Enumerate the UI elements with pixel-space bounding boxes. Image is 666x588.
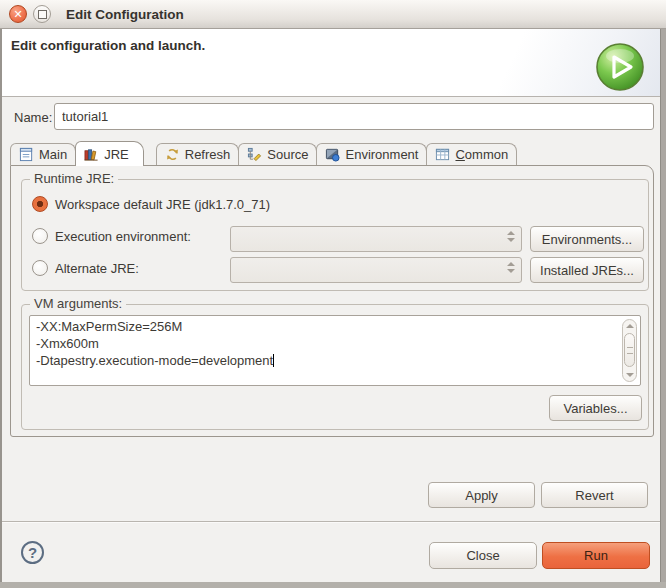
- environments-button[interactable]: Environments...: [530, 226, 644, 252]
- button-label: Installed JREs...: [540, 263, 634, 278]
- button-label: Variables...: [563, 401, 627, 416]
- vm-argument-text: -Dtapestry.execution-mode=development: [36, 353, 273, 368]
- tab-bar: Main JRE Refresh: [10, 140, 516, 165]
- tab-label: Refresh: [185, 147, 231, 162]
- window-close-icon[interactable]: ✕: [9, 5, 27, 23]
- radio-label: Workspace default JRE (jdk1.7.0_71): [55, 197, 270, 212]
- window-border-left: [0, 28, 2, 588]
- alternate-jre-option[interactable]: Alternate JRE:: [32, 260, 139, 276]
- tab-jre[interactable]: JRE: [75, 141, 144, 166]
- alternate-jre-combo[interactable]: [230, 257, 522, 283]
- radio-label: Alternate JRE:: [55, 261, 139, 276]
- close-button[interactable]: Close: [429, 542, 537, 569]
- tab-refresh[interactable]: Refresh: [156, 143, 240, 165]
- workspace-default-jre-option[interactable]: Workspace default JRE (jdk1.7.0_71): [32, 196, 270, 212]
- button-label: Run: [584, 548, 608, 563]
- tab-label: Environment: [345, 147, 418, 162]
- variables-button[interactable]: Variables...: [549, 395, 642, 421]
- revert-button[interactable]: Revert: [541, 482, 648, 508]
- text-caret: [273, 354, 274, 367]
- name-input[interactable]: [54, 103, 654, 130]
- edit-configuration-dialog: ✕ Edit Configuration Edit configuration …: [0, 0, 666, 588]
- environment-icon: [325, 147, 340, 162]
- combo-spinner-icon: [507, 262, 515, 273]
- run-banner-icon: [594, 41, 646, 93]
- button-label: Environments...: [542, 232, 632, 247]
- tab-content-area: Runtime JRE: Workspace default JRE (jdk1…: [10, 165, 654, 437]
- window-border-right: [660, 28, 666, 588]
- window-maximize-icon[interactable]: [33, 5, 51, 23]
- button-label: Close: [466, 548, 499, 563]
- run-button[interactable]: Run: [542, 542, 650, 569]
- library-icon: [84, 147, 99, 162]
- table-icon: [435, 147, 450, 162]
- button-bar-separator: [0, 521, 666, 523]
- titlebar[interactable]: ✕ Edit Configuration: [0, 0, 666, 29]
- tab-label: Main: [39, 147, 67, 162]
- runtime-jre-legend: Runtime JRE:: [30, 171, 118, 186]
- tab-environment[interactable]: Environment: [316, 143, 427, 165]
- dialog-header: Edit configuration and launch.: [2, 29, 660, 97]
- button-label: Revert: [575, 488, 613, 503]
- vertical-scrollbar[interactable]: [622, 319, 637, 382]
- button-label: Apply: [465, 488, 498, 503]
- tab-source[interactable]: Source: [238, 143, 317, 165]
- header-message: Edit configuration and launch.: [11, 38, 205, 53]
- radio-unselected-icon[interactable]: [32, 228, 48, 244]
- execution-environment-combo[interactable]: [230, 226, 522, 252]
- vm-argument-line: -XX:MaxPermSize=256M: [36, 318, 634, 335]
- tab-label: Common: [455, 147, 508, 162]
- installed-jres-button[interactable]: Installed JREs...: [530, 257, 644, 283]
- scrollbar-thumb[interactable]: [624, 333, 635, 367]
- vm-arguments-textarea[interactable]: -XX:MaxPermSize=256M -Xmx600m -Dtapestry…: [29, 315, 641, 386]
- radio-label: Execution environment:: [55, 229, 191, 244]
- tab-common[interactable]: Common: [426, 143, 517, 165]
- tab-main[interactable]: Main: [10, 143, 76, 165]
- scroll-down-icon[interactable]: [623, 373, 636, 377]
- execution-environment-option[interactable]: Execution environment:: [32, 228, 191, 244]
- runtime-jre-group: Runtime JRE: Workspace default JRE (jdk1…: [21, 179, 649, 291]
- source-tree-icon: [247, 147, 262, 162]
- radio-unselected-icon[interactable]: [32, 260, 48, 276]
- combo-spinner-icon: [507, 231, 515, 242]
- scroll-up-icon[interactable]: [623, 324, 636, 328]
- radio-selected-icon[interactable]: [32, 196, 48, 212]
- tab-label: Source: [267, 147, 308, 162]
- window-title: Edit Configuration: [66, 7, 184, 22]
- document-icon: [19, 147, 34, 162]
- refresh-icon: [165, 147, 180, 162]
- tab-label: JRE: [104, 147, 129, 162]
- help-icon: ?: [28, 544, 37, 561]
- window-border-bottom: [0, 582, 666, 588]
- vm-argument-line: -Dtapestry.execution-mode=development: [36, 352, 634, 369]
- name-label: Name:: [14, 110, 52, 125]
- help-button[interactable]: ?: [21, 541, 44, 564]
- vm-arguments-legend: VM arguments:: [30, 296, 126, 311]
- vm-arguments-group: VM arguments: -XX:MaxPermSize=256M -Xmx6…: [21, 304, 649, 430]
- apply-button[interactable]: Apply: [428, 482, 535, 508]
- vm-argument-line: -Xmx600m: [36, 335, 634, 352]
